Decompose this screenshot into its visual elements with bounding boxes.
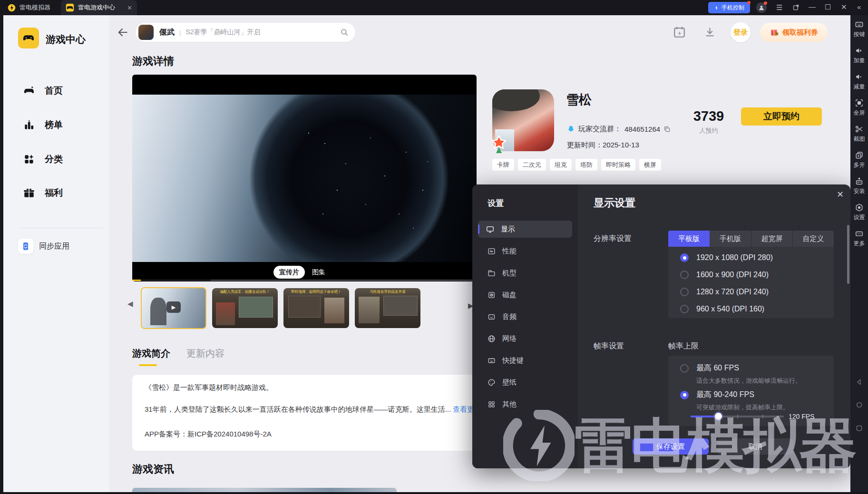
video-tab-gallery[interactable]: 图集 — [312, 268, 325, 277]
settings-menu-audio[interactable]: 音频 — [478, 308, 572, 325]
video-tab-gallery-label: 图集 — [312, 268, 325, 276]
tool-keymapping[interactable]: 按键 — [850, 20, 868, 39]
screenshot-thumbnail-2[interactable]: 即时指挥，聪明同志下命令吧！ — [283, 288, 349, 328]
phone-control-label: 手机控制 — [722, 4, 744, 12]
resolution-option-4[interactable]: 960 x 540 (DPI 160) — [680, 305, 764, 313]
thumbs-prev-icon[interactable]: ◀ — [127, 300, 133, 308]
radio-selected[interactable] — [680, 253, 689, 262]
topmost-icon[interactable] — [792, 4, 800, 11]
tool-settings[interactable]: 设置 — [850, 203, 868, 222]
settings-menu-disk[interactable]: 磁盘 — [478, 286, 572, 303]
tool-volume-up[interactable]: 加量 — [850, 46, 868, 65]
tag[interactable]: 坦克 — [550, 159, 572, 171]
screenshot-thumbnail-1[interactable]: 编配人员战车，组建合成分队！ — [212, 288, 278, 328]
cancel-button[interactable]: 取消 — [717, 438, 793, 455]
tab-close-icon[interactable]: ✕ — [127, 4, 132, 11]
tool-fullscreen[interactable]: 全屏 — [850, 98, 868, 117]
tag[interactable]: 卡牌 — [492, 159, 514, 171]
settings-menu-performance[interactable]: 性能 — [478, 242, 572, 260]
video-progress-played[interactable] — [132, 280, 141, 281]
radio-unselected[interactable] — [680, 271, 689, 279]
search-text: S2赛季「鼎峙山河」开启 — [185, 28, 260, 37]
booking-calendar-icon[interactable] — [673, 25, 686, 39]
search-bar[interactable]: 偃武 | S2赛季「鼎峙山河」开启 — [136, 23, 355, 42]
resolution-option-3[interactable]: 1280 x 720 (DPI 240) — [680, 288, 769, 296]
video-player[interactable]: 宣传片 图集 — [132, 75, 477, 281]
settings-menu-hotkeys[interactable]: 快捷键 — [478, 352, 572, 369]
save-settings-button[interactable]: 保存设置 — [633, 438, 709, 455]
tool-label: 减量 — [854, 83, 865, 91]
fps-slider-thumb[interactable] — [715, 413, 722, 420]
resolution-option-2[interactable]: 1600 x 900 (DPI 240) — [680, 271, 769, 279]
sidebar-item-home[interactable]: 首页 — [23, 85, 63, 97]
resolution-option-1[interactable]: 1920 x 1080 (DPI 280) — [680, 253, 773, 262]
page-scrollbar-thumb[interactable] — [847, 225, 849, 284]
settings-menu-network[interactable]: 网络 — [478, 330, 572, 347]
dialog-close-icon[interactable]: ✕ — [837, 189, 844, 200]
tool-volume-down[interactable]: 减量 — [850, 72, 868, 91]
radio-unselected[interactable] — [680, 288, 689, 296]
sidebar-item-ranking[interactable]: 榜单 — [23, 119, 63, 131]
sidebar-item-sync-apps[interactable]: 同步应用 — [18, 239, 69, 254]
tool-install-apk[interactable]: APK 安装 — [850, 177, 868, 195]
menu-icon[interactable]: ☰ — [776, 4, 782, 11]
reserve-unit: 人预约 — [683, 126, 735, 135]
res-tab-phone[interactable]: 手机版 — [710, 231, 751, 247]
settings-menu-model[interactable]: 机型 — [478, 264, 572, 281]
phone-control-button[interactable]: 手机控制 — [708, 2, 750, 13]
home-gamepad-icon — [23, 85, 35, 97]
video-thumbnail-active[interactable]: ▶ — [141, 287, 206, 329]
reserve-button[interactable]: 立即预约 — [741, 107, 822, 126]
android-home-icon[interactable] — [856, 401, 863, 408]
qq-icon — [567, 125, 575, 133]
android-back-icon[interactable] — [856, 378, 863, 386]
settings-menu-display-label: 显示 — [501, 225, 515, 234]
radio-selected[interactable] — [680, 391, 689, 399]
download-manager-icon[interactable] — [704, 26, 716, 38]
sidebar-item-welfare[interactable]: 福利 — [23, 187, 63, 199]
res-tab-tablet[interactable]: 平板版 — [668, 231, 710, 247]
settings-menu-display[interactable]: 显示 — [478, 221, 572, 238]
tool-screenshot[interactable]: 截图 — [850, 125, 868, 143]
video-progress-buffer[interactable] — [141, 280, 211, 281]
radio-unselected[interactable] — [680, 364, 689, 373]
sidebar-item-categories[interactable]: 分类 — [23, 153, 63, 165]
search-icon[interactable] — [340, 28, 349, 37]
android-recent-icon[interactable] — [856, 425, 863, 432]
maximize-icon[interactable]: ☐ — [825, 3, 831, 11]
thumb-caption: 编配人员战车，组建合成分队！ — [212, 290, 278, 294]
tab-emulator[interactable]: 雷电模拟器 — [8, 0, 50, 15]
page-title: 游戏详情 — [132, 54, 174, 68]
intro-line-1: 《雪松》是一款军事题材即时战略游戏。 — [145, 383, 273, 392]
screenshot-thumbnail-3[interactable]: 与性格各异的战友并肩 — [355, 288, 420, 328]
tag[interactable]: 塔防 — [575, 159, 597, 171]
video-progress-track[interactable] — [211, 280, 477, 281]
login-button[interactable]: 登录 — [731, 22, 751, 42]
fps-option-240[interactable]: 最高 90-240 FPS — [680, 390, 754, 400]
fps-option-60[interactable]: 最高 60 FPS — [680, 363, 739, 373]
tool-multi-instance[interactable]: 多开 — [850, 151, 868, 169]
collapse-toolbar-icon[interactable]: « — [857, 3, 861, 11]
settings-menu-wallpaper[interactable]: 壁纸 — [478, 374, 572, 391]
coupon-button[interactable]: 领取福利券 — [760, 23, 828, 42]
copy-icon[interactable] — [663, 126, 671, 133]
res-tab-ultrawide[interactable]: 超宽屏 — [751, 231, 792, 247]
fps-option-desc: 适合大多数情况，游戏能够流畅运行。 — [696, 377, 801, 385]
back-arrow-icon[interactable] — [117, 26, 129, 39]
brand-title: 游戏中心 — [46, 33, 86, 46]
settings-menu-other[interactable]: 其他 — [478, 396, 572, 413]
tag[interactable]: 即时策略 — [601, 159, 635, 171]
coupon-gift-icon — [770, 28, 780, 37]
tab-game-intro[interactable]: 游戏简介 — [132, 347, 170, 360]
video-tab-trailer[interactable]: 宣传片 — [273, 266, 305, 279]
tag[interactable]: 横屏 — [639, 159, 661, 171]
minimize-icon[interactable]: — — [809, 3, 816, 10]
tab-update-content[interactable]: 更新内容 — [186, 347, 224, 360]
tag[interactable]: 二次元 — [518, 159, 546, 171]
radio-unselected[interactable] — [680, 305, 689, 313]
tool-more[interactable]: 更多 — [850, 229, 868, 248]
tab-game-center[interactable]: 雷电游戏中心 ✕ — [61, 0, 137, 15]
close-window-icon[interactable]: ✕ — [841, 3, 847, 11]
res-tab-custom[interactable]: 自定义 — [792, 231, 834, 247]
see-more-link[interactable]: 查看更 — [453, 405, 473, 413]
